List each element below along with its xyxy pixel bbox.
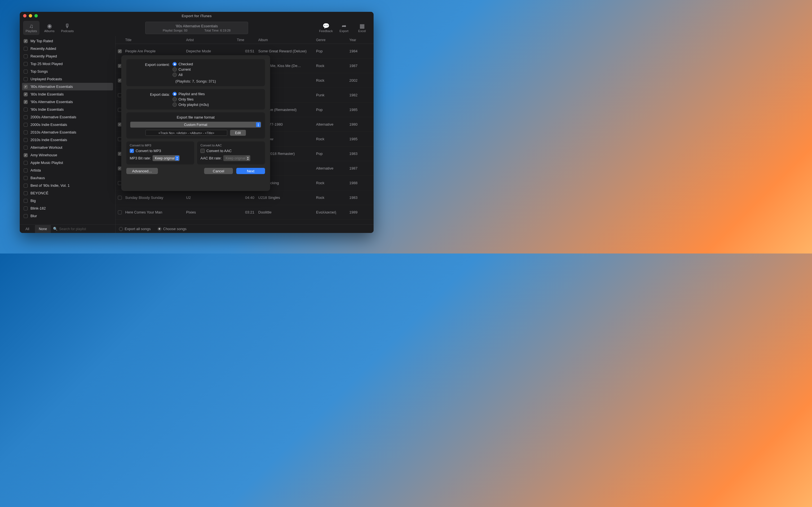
checkbox-icon[interactable] xyxy=(24,168,28,172)
checkbox-icon[interactable] xyxy=(24,161,28,165)
cell-time: 03:51 xyxy=(237,49,258,53)
row-checkbox[interactable] xyxy=(118,210,122,214)
playlist-label: Top 25 Most Played xyxy=(31,62,63,66)
checkbox-icon[interactable]: ✓ xyxy=(24,153,28,157)
checkbox-icon[interactable] xyxy=(24,191,28,195)
checkbox-icon[interactable] xyxy=(24,199,28,203)
playlist-item[interactable]: Top Songs xyxy=(22,68,113,75)
checkbox-icon[interactable] xyxy=(24,47,28,51)
aac-bitrate-select[interactable]: Keep original ▲▼ xyxy=(223,155,250,161)
checkbox-icon[interactable] xyxy=(24,214,28,218)
playlist-item[interactable]: Blur xyxy=(22,212,113,220)
playlist-item[interactable]: Unplayed Podcasts xyxy=(22,75,113,83)
checkbox-icon[interactable] xyxy=(24,207,28,210)
sidebar-filter-none[interactable]: None xyxy=(35,225,51,233)
header-year[interactable]: Year xyxy=(349,38,369,42)
playlist-item[interactable]: 2010s Indie Essentials xyxy=(22,136,113,144)
filename-format-select[interactable]: Custom Format ▲▼ xyxy=(130,122,261,128)
playlist-item[interactable]: Artista xyxy=(22,166,113,174)
sidebar-filter-all[interactable]: All xyxy=(20,225,35,233)
playlist-item[interactable]: 2000s Alternative Essentials xyxy=(22,113,113,121)
convert-aac-check[interactable]: Convert to AAC xyxy=(200,149,262,153)
playlist-item[interactable]: Best of '80s Indie, Vol. 1 xyxy=(22,182,113,189)
checkbox-icon[interactable] xyxy=(24,146,28,150)
playlist-item[interactable]: Apple Music Playlist xyxy=(22,159,113,166)
playlist-item[interactable]: Recently Played xyxy=(22,52,113,60)
checkbox-icon[interactable]: ✓ xyxy=(24,100,28,104)
stepper-icon: ▲▼ xyxy=(175,156,179,161)
row-checkbox[interactable]: ✓ xyxy=(118,49,122,53)
toolbar-albums-button[interactable]: ◉Albums xyxy=(41,21,57,35)
checkbox-icon[interactable] xyxy=(24,115,28,119)
radio-option[interactable]: Playlist and files xyxy=(172,92,209,96)
playlist-item[interactable]: BEYONCÉ xyxy=(22,189,113,197)
playlist-item[interactable]: ✓'80s Alternative Essentials xyxy=(22,83,113,91)
footer-choose-songs[interactable]: Choose songs xyxy=(158,227,187,231)
playlist-item[interactable]: 2000s Indie Essentials xyxy=(22,121,113,128)
mp3-bitrate-select[interactable]: Keep original ▲▼ xyxy=(153,155,180,161)
toolbar-playlists-button[interactable]: ♫Playlists xyxy=(23,21,40,35)
radio-option[interactable]: Only files xyxy=(172,97,209,101)
header-artist[interactable]: Artist xyxy=(186,38,237,42)
checkbox-icon[interactable]: ✓ xyxy=(24,39,28,43)
checkbox-icon[interactable] xyxy=(24,69,28,73)
advanced-button[interactable]: Advanced… xyxy=(126,168,158,174)
playlist-item[interactable]: Recently Added xyxy=(22,45,113,52)
radio-option[interactable]: Current xyxy=(172,67,193,71)
radio-option[interactable]: Checked xyxy=(172,62,193,66)
cancel-button[interactable]: Cancel xyxy=(204,168,233,174)
convert-mp3-check[interactable]: ✓ Convert to MP3 xyxy=(130,149,191,153)
close-window-button[interactable] xyxy=(23,14,27,17)
minimize-window-button[interactable] xyxy=(29,14,32,17)
playlist-item[interactable]: ✓'90s Alternative Essentials xyxy=(22,98,113,106)
sidebar-search[interactable]: 🔍 Search for playlist xyxy=(51,227,115,231)
playlist-item[interactable]: Top 25 Most Played xyxy=(22,60,113,68)
playlist-item[interactable]: Big xyxy=(22,197,113,205)
header-time[interactable]: Time xyxy=(237,38,258,42)
checkbox-icon[interactable]: ✓ xyxy=(24,85,28,89)
radio-option[interactable]: All xyxy=(172,73,193,77)
filename-format-field[interactable]: <Track No>. <Artist> - <Album> - <Title> xyxy=(146,130,227,136)
toolbar-excel-button[interactable]: ▦Excel xyxy=(354,21,370,35)
header-title[interactable]: Title xyxy=(124,38,186,42)
playlist-item[interactable]: Bauhaus xyxy=(22,174,113,182)
edit-format-button[interactable]: Edit xyxy=(230,130,246,136)
toolbar-podcasts-button[interactable]: 🎙Podcasts xyxy=(59,21,75,35)
next-button[interactable]: Next xyxy=(236,168,265,174)
playlist-item[interactable]: ✓'80s Indie Essentials xyxy=(22,91,113,98)
zoom-window-button[interactable] xyxy=(35,14,38,17)
radio-option[interactable]: Only playlist (m3u) xyxy=(172,103,209,107)
playlist-item[interactable]: ✓Amy Winehouse xyxy=(22,151,113,159)
playlist-item[interactable]: '90s Indie Essentials xyxy=(22,106,113,113)
header-genre[interactable]: Genre xyxy=(316,38,349,42)
playlist-item[interactable]: ✓My Top Rated xyxy=(22,37,113,45)
checkbox-icon[interactable] xyxy=(24,108,28,112)
cell-time: 04:40 xyxy=(237,195,258,200)
convert-section: Convert to MP3 ✓ Convert to MP3 MP3 Bit … xyxy=(126,142,265,165)
playlist-label: Artista xyxy=(31,168,41,172)
checkbox-icon[interactable] xyxy=(24,62,28,66)
checkbox-icon[interactable] xyxy=(24,176,28,180)
checkbox-icon[interactable]: ✓ xyxy=(24,93,28,96)
header-album[interactable]: Album xyxy=(258,38,316,42)
row-checkbox[interactable] xyxy=(118,196,122,200)
checkbox-icon[interactable] xyxy=(24,123,28,127)
checkbox-icon[interactable] xyxy=(24,130,28,134)
checkbox-icon[interactable] xyxy=(24,77,28,81)
checkbox-icon[interactable] xyxy=(24,138,28,142)
checkbox-icon[interactable] xyxy=(24,54,28,58)
playlist-item[interactable]: Blink-182 xyxy=(22,205,113,212)
playlist-label: Apple Music Playlist xyxy=(31,161,63,165)
export-content-options: CheckedCurrentAll xyxy=(172,62,193,77)
toolbar-export-button[interactable]: ➦Export xyxy=(336,21,352,35)
table-row[interactable]: Here Comes Your ManPixies03:21DoolittleΕ… xyxy=(116,205,373,220)
toolbar-feedback-button[interactable]: 💬Feedback xyxy=(318,21,334,35)
checkbox-icon[interactable] xyxy=(24,184,28,187)
cell-year: 2002 xyxy=(349,78,369,82)
footer-export-all[interactable]: Export all songs xyxy=(119,227,151,231)
playlist-item[interactable]: Alternative Workout xyxy=(22,144,113,151)
playlist-item[interactable]: 2010s Alternative Essentials xyxy=(22,128,113,136)
playlist-list[interactable]: ✓My Top RatedRecently AddedRecently Play… xyxy=(20,36,115,224)
playlist-label: Blink-182 xyxy=(31,206,46,210)
table-row[interactable]: Sunday Bloody SundayU204:40U218 SinglesR… xyxy=(116,190,373,205)
